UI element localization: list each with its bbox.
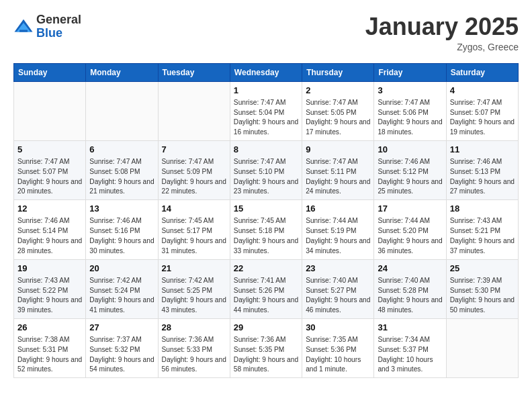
cell-info-text: Sunrise: 7:46 AMSunset: 5:13 PMDaylight:… — [450, 157, 515, 197]
table-row: 5Sunrise: 7:47 AMSunset: 5:07 PMDaylight… — [14, 140, 86, 199]
cell-info-text: Sunrise: 7:39 AMSunset: 5:30 PMDaylight:… — [450, 276, 515, 316]
cell-info-text: Sunrise: 7:47 AMSunset: 5:09 PMDaylight:… — [162, 157, 226, 197]
header-tuesday: Tuesday — [158, 63, 230, 81]
table-row: 21Sunrise: 7:42 AMSunset: 5:25 PMDayligh… — [158, 259, 230, 318]
calendar-week-row: 19Sunrise: 7:43 AMSunset: 5:22 PMDayligh… — [14, 259, 519, 318]
cell-info-text: Sunrise: 7:40 AMSunset: 5:28 PMDaylight:… — [378, 276, 442, 316]
cell-date-number: 22 — [234, 263, 298, 275]
cell-info-text: Sunrise: 7:37 AMSunset: 5:32 PMDaylight:… — [89, 335, 154, 375]
cell-date-number: 16 — [306, 203, 370, 215]
table-row: 9Sunrise: 7:47 AMSunset: 5:11 PMDaylight… — [302, 140, 374, 199]
weekday-header-row: Sunday Monday Tuesday Wednesday Thursday… — [14, 63, 519, 81]
cell-date-number: 11 — [450, 144, 515, 156]
table-row: 24Sunrise: 7:40 AMSunset: 5:28 PMDayligh… — [374, 259, 446, 318]
cell-date-number: 1 — [234, 85, 298, 97]
table-row: 2Sunrise: 7:47 AMSunset: 5:05 PMDaylight… — [302, 81, 374, 140]
table-row: 27Sunrise: 7:37 AMSunset: 5:32 PMDayligh… — [86, 318, 158, 377]
header-wednesday: Wednesday — [230, 63, 302, 81]
cell-info-text: Sunrise: 7:47 AMSunset: 5:10 PMDaylight:… — [234, 157, 298, 197]
table-row: 23Sunrise: 7:40 AMSunset: 5:27 PMDayligh… — [302, 259, 374, 318]
logo-blue-text: Blue — [36, 27, 81, 40]
table-row: 11Sunrise: 7:46 AMSunset: 5:13 PMDayligh… — [446, 140, 518, 199]
cell-info-text: Sunrise: 7:43 AMSunset: 5:22 PMDaylight:… — [17, 276, 82, 316]
header-sunday: Sunday — [14, 63, 86, 81]
logo: General Blue — [13, 13, 81, 40]
cell-info-text: Sunrise: 7:45 AMSunset: 5:18 PMDaylight:… — [234, 216, 298, 256]
cell-date-number: 17 — [378, 203, 442, 215]
cell-date-number: 14 — [162, 203, 226, 215]
calendar-table: Sunday Monday Tuesday Wednesday Thursday… — [13, 63, 519, 379]
calendar-week-row: 5Sunrise: 7:47 AMSunset: 5:07 PMDaylight… — [14, 140, 519, 199]
table-row: 7Sunrise: 7:47 AMSunset: 5:09 PMDaylight… — [158, 140, 230, 199]
cell-info-text: Sunrise: 7:47 AMSunset: 5:05 PMDaylight:… — [306, 98, 370, 138]
cell-info-text: Sunrise: 7:45 AMSunset: 5:17 PMDaylight:… — [162, 216, 226, 256]
cell-date-number: 9 — [306, 144, 370, 156]
table-row: 19Sunrise: 7:43 AMSunset: 5:22 PMDayligh… — [14, 259, 86, 318]
table-row: 20Sunrise: 7:42 AMSunset: 5:24 PMDayligh… — [86, 259, 158, 318]
cell-info-text: Sunrise: 7:38 AMSunset: 5:31 PMDaylight:… — [17, 335, 82, 375]
cell-date-number: 15 — [234, 203, 298, 215]
cell-date-number: 23 — [306, 263, 370, 275]
header-saturday: Saturday — [446, 63, 518, 81]
cell-info-text: Sunrise: 7:44 AMSunset: 5:19 PMDaylight:… — [306, 216, 370, 256]
cell-info-text: Sunrise: 7:47 AMSunset: 5:04 PMDaylight:… — [234, 98, 298, 138]
cell-info-text: Sunrise: 7:47 AMSunset: 5:06 PMDaylight:… — [378, 98, 442, 138]
cell-date-number: 30 — [306, 322, 370, 334]
table-row: 14Sunrise: 7:45 AMSunset: 5:17 PMDayligh… — [158, 200, 230, 259]
table-row: 10Sunrise: 7:46 AMSunset: 5:12 PMDayligh… — [374, 140, 446, 199]
table-row — [86, 81, 158, 140]
cell-date-number: 5 — [17, 144, 82, 156]
table-row: 15Sunrise: 7:45 AMSunset: 5:18 PMDayligh… — [230, 200, 302, 259]
header-thursday: Thursday — [302, 63, 374, 81]
cell-info-text: Sunrise: 7:41 AMSunset: 5:26 PMDaylight:… — [234, 276, 298, 316]
calendar-week-row: 12Sunrise: 7:46 AMSunset: 5:14 PMDayligh… — [14, 200, 519, 259]
cell-date-number: 10 — [378, 144, 442, 156]
cell-date-number: 19 — [17, 263, 82, 275]
cell-date-number: 29 — [234, 322, 298, 334]
calendar-week-row: 26Sunrise: 7:38 AMSunset: 5:31 PMDayligh… — [14, 318, 519, 377]
cell-info-text: Sunrise: 7:46 AMSunset: 5:12 PMDaylight:… — [378, 157, 442, 197]
table-row: 22Sunrise: 7:41 AMSunset: 5:26 PMDayligh… — [230, 259, 302, 318]
cell-info-text: Sunrise: 7:47 AMSunset: 5:07 PMDaylight:… — [450, 98, 515, 138]
cell-date-number: 8 — [234, 144, 298, 156]
cell-date-number: 31 — [378, 322, 442, 334]
calendar-week-row: 1Sunrise: 7:47 AMSunset: 5:04 PMDaylight… — [14, 81, 519, 140]
logo-icon — [13, 17, 34, 37]
table-row — [158, 81, 230, 140]
table-row: 4Sunrise: 7:47 AMSunset: 5:07 PMDaylight… — [446, 81, 518, 140]
cell-date-number: 2 — [306, 85, 370, 97]
table-row: 17Sunrise: 7:44 AMSunset: 5:20 PMDayligh… — [374, 200, 446, 259]
cell-info-text: Sunrise: 7:42 AMSunset: 5:25 PMDaylight:… — [162, 276, 226, 316]
table-row: 26Sunrise: 7:38 AMSunset: 5:31 PMDayligh… — [14, 318, 86, 377]
table-row: 18Sunrise: 7:43 AMSunset: 5:21 PMDayligh… — [446, 200, 518, 259]
cell-info-text: Sunrise: 7:43 AMSunset: 5:21 PMDaylight:… — [450, 216, 515, 256]
cell-date-number: 27 — [89, 322, 154, 334]
cell-date-number: 25 — [450, 263, 515, 275]
cell-info-text: Sunrise: 7:47 AMSunset: 5:11 PMDaylight:… — [306, 157, 370, 197]
cell-date-number: 13 — [89, 203, 154, 215]
table-row: 3Sunrise: 7:47 AMSunset: 5:06 PMDaylight… — [374, 81, 446, 140]
cell-info-text: Sunrise: 7:40 AMSunset: 5:27 PMDaylight:… — [306, 276, 370, 316]
cell-date-number: 12 — [17, 203, 82, 215]
header-friday: Friday — [374, 63, 446, 81]
table-row: 31Sunrise: 7:34 AMSunset: 5:37 PMDayligh… — [374, 318, 446, 377]
cell-info-text: Sunrise: 7:34 AMSunset: 5:37 PMDaylight:… — [378, 335, 442, 375]
cell-date-number: 24 — [378, 263, 442, 275]
logo-text: General Blue — [36, 13, 81, 40]
calendar-page: General Blue January 2025 Zygos, Greece … — [0, 0, 532, 385]
cell-date-number: 7 — [162, 144, 226, 156]
table-row: 1Sunrise: 7:47 AMSunset: 5:04 PMDaylight… — [230, 81, 302, 140]
cell-info-text: Sunrise: 7:36 AMSunset: 5:35 PMDaylight:… — [234, 335, 298, 375]
table-row: 30Sunrise: 7:35 AMSunset: 5:36 PMDayligh… — [302, 318, 374, 377]
title-block: January 2025 Zygos, Greece — [365, 13, 519, 52]
table-row: 12Sunrise: 7:46 AMSunset: 5:14 PMDayligh… — [14, 200, 86, 259]
cell-date-number: 18 — [450, 203, 515, 215]
table-row: 28Sunrise: 7:36 AMSunset: 5:33 PMDayligh… — [158, 318, 230, 377]
table-row: 16Sunrise: 7:44 AMSunset: 5:19 PMDayligh… — [302, 200, 374, 259]
cell-date-number: 28 — [162, 322, 226, 334]
table-row — [446, 318, 518, 377]
cell-info-text: Sunrise: 7:44 AMSunset: 5:20 PMDaylight:… — [378, 216, 442, 256]
logo-general-text: General — [36, 13, 81, 27]
cell-date-number: 20 — [89, 263, 154, 275]
month-title: January 2025 — [365, 13, 519, 40]
